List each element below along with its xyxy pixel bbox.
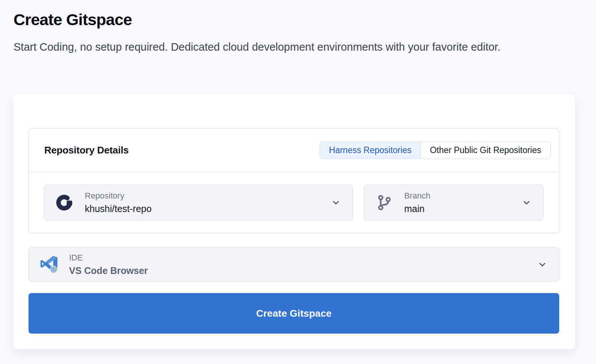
repository-field-text: Repository khushi/test-repo bbox=[85, 191, 152, 214]
branch-select[interactable]: Branch main bbox=[364, 185, 543, 221]
page-subtitle: Start Coding, no setup required. Dedicat… bbox=[14, 38, 565, 56]
gitspace-form-card: Repository Details Harness Repositories … bbox=[13, 95, 575, 349]
repository-select[interactable]: Repository khushi/test-repo bbox=[44, 185, 353, 221]
branch-label: Branch bbox=[404, 191, 430, 201]
chevron-down-icon bbox=[331, 197, 341, 208]
ide-field-text: IDE VS Code Browser bbox=[69, 253, 148, 276]
ide-value: VS Code Browser bbox=[69, 265, 148, 276]
tab-other-public-git-repositories[interactable]: Other Public Git Repositories bbox=[420, 142, 550, 159]
create-gitspace-button[interactable]: Create Gitspace bbox=[29, 293, 559, 334]
repository-details-section: Repository Details Harness Repositories … bbox=[29, 128, 559, 233]
tab-label: Harness Repositories bbox=[329, 145, 412, 155]
chevron-down-icon bbox=[537, 259, 548, 270]
repository-value: khushi/test-repo bbox=[85, 203, 152, 214]
page-header: Create Gitspace Start Coding, no setup r… bbox=[0, 0, 596, 56]
repository-details-header: Repository Details Harness Repositories … bbox=[29, 129, 559, 171]
repository-label: Repository bbox=[85, 191, 152, 201]
vscode-browser-icon bbox=[40, 255, 59, 274]
tab-harness-repositories[interactable]: Harness Repositories bbox=[320, 142, 421, 159]
branch-value: main bbox=[404, 203, 430, 214]
harness-repo-icon bbox=[56, 193, 74, 212]
create-gitspace-page: Create Gitspace Start Coding, no setup r… bbox=[0, 0, 596, 364]
ide-select[interactable]: IDE VS Code Browser bbox=[29, 247, 559, 282]
repository-details-body: Repository khushi/test-repo bbox=[29, 171, 559, 233]
globe-icon bbox=[50, 266, 57, 273]
section-title: Repository Details bbox=[44, 144, 129, 156]
tab-label: Other Public Git Repositories bbox=[430, 145, 541, 155]
chevron-down-icon bbox=[521, 197, 532, 208]
repository-source-tabs: Harness Repositories Other Public Git Re… bbox=[320, 141, 551, 159]
ide-label: IDE bbox=[69, 253, 148, 263]
page-title: Create Gitspace bbox=[14, 10, 582, 30]
git-branch-icon bbox=[375, 194, 394, 212]
branch-field-text: Branch main bbox=[404, 191, 430, 214]
